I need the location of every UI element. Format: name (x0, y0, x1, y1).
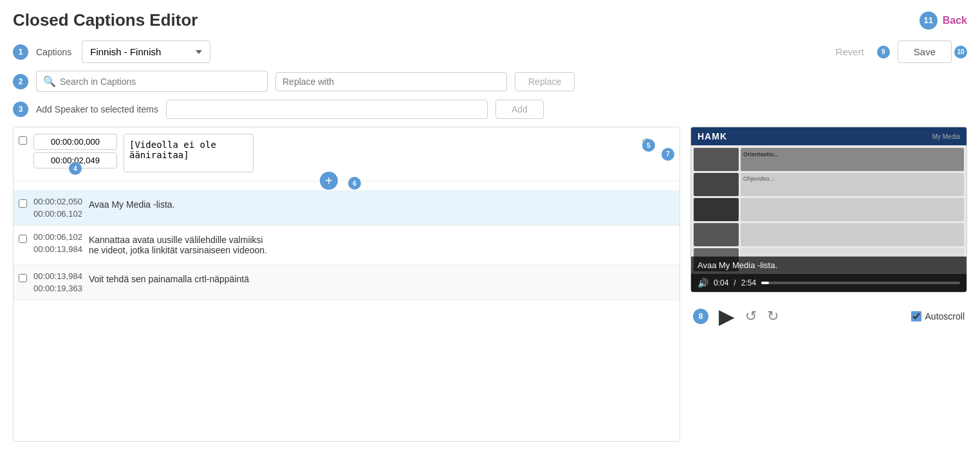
step-3-badge: 3 (13, 102, 28, 117)
hamk-logo: HAMK (698, 131, 727, 141)
search-input[interactable] (60, 77, 261, 87)
step-6-badge: 6 (348, 177, 361, 190)
plus-icon: + (325, 174, 333, 188)
hamk-bar: HAMK My Media (691, 127, 966, 145)
hamk-nav: My Media (932, 133, 960, 140)
step-5-badge: 5 (642, 139, 655, 152)
thumb-1 (694, 148, 739, 171)
thumb-3 (694, 198, 739, 221)
add-caption-button[interactable]: + (320, 172, 338, 190)
caption-row-1: 4 [Videolla ei ole ääniraitaa] 5 🗑 7 + 6 (14, 127, 680, 181)
step-4-badge: 4 (69, 162, 82, 175)
thumb-2 (694, 173, 739, 196)
step-2-badge: 2 (13, 74, 28, 89)
replace-box (275, 72, 507, 91)
step-8-badge: 8 (693, 309, 708, 324)
caption-text-4: Voit tehdä sen painamalla crtl-näppäintä (89, 271, 674, 287)
autoscroll-area: Autoscroll (911, 311, 965, 321)
overlay-caption: Avaa My Media -lista. (691, 257, 966, 274)
video-controls-bar: 🔊 0:04 / 2:54 (691, 274, 966, 292)
speaker-input[interactable] (166, 100, 488, 119)
video-preview: HAMK My Media Orientaatio... Ohjevideo..… (690, 127, 967, 293)
language-select[interactable]: Finnish - Finnish (82, 41, 210, 63)
thumb-text-4 (741, 223, 964, 246)
caption-row-3: 00:00:06,102 00:00:13,984 Kannattaa avat… (14, 226, 680, 265)
time-total: 2:54 (741, 278, 756, 287)
caption-start-3: 00:00:06,102 (33, 232, 82, 242)
time-separator: / (734, 278, 735, 287)
thumb-text-2: Ohjevideo... (741, 173, 964, 196)
captions-list: 4 [Videolla ei ole ääniraitaa] 5 🗑 7 + 6 (13, 127, 680, 442)
step-7-badge: 7 (661, 148, 674, 161)
caption-text-2: Avaa My Media -lista. (89, 197, 674, 212)
revert-badge: 9 (877, 46, 890, 59)
time-current: 0:04 (714, 278, 728, 287)
forward-button[interactable]: ↻ (767, 308, 779, 325)
caption-row-4: 00:00:13,984 00:00:19,363 Voit tehdä sen… (14, 265, 680, 300)
caption-checkbox-4[interactable] (19, 274, 27, 282)
thumb-text-3 (741, 198, 964, 221)
progress-fill (761, 282, 769, 284)
caption-start-2: 00:00:02,050 (33, 197, 82, 206)
replace-button[interactable]: Replace (515, 72, 575, 91)
playback-controls: 8 ▶ ↺ ↻ Autoscroll (690, 299, 967, 334)
save-badge: 10 (954, 46, 967, 59)
caption-start-1[interactable] (33, 134, 117, 150)
caption-text-3: Kannattaa avata uusille välilehdille val… (89, 232, 674, 258)
video-panel: HAMK My Media Orientaatio... Ohjevideo..… (690, 127, 967, 442)
play-button[interactable]: ▶ (719, 304, 735, 329)
speaker-label: Add Speaker to selected items (36, 104, 158, 114)
add-speaker-button[interactable]: Add (495, 100, 544, 119)
thumb-4 (694, 223, 739, 246)
back-button[interactable]: Back (943, 15, 967, 26)
autoscroll-checkbox[interactable] (911, 311, 921, 321)
caption-end-2: 00:00:06,102 (33, 209, 82, 219)
back-badge: 11 (920, 12, 938, 30)
thumb-text-1: Orientaatio... (741, 148, 964, 171)
save-button[interactable]: Save (898, 41, 952, 63)
caption-checkbox-3[interactable] (19, 235, 27, 243)
caption-start-4: 00:00:13,984 (33, 271, 82, 281)
caption-row-2: 00:00:02,050 00:00:06,102 Avaa My Media … (14, 190, 680, 226)
step-1-badge: 1 (13, 44, 28, 60)
caption-textarea-1[interactable]: [Videolla ei ole ääniraitaa] (124, 134, 254, 172)
replay-button[interactable]: ↺ (745, 308, 757, 325)
caption-checkbox-1[interactable] (19, 136, 27, 145)
video-content-area: Orientaatio... Ohjevideo... Avaa My Medi… (691, 145, 966, 274)
revert-button[interactable]: Revert (826, 41, 874, 62)
replace-input[interactable] (282, 77, 500, 87)
progress-bar[interactable] (761, 282, 960, 284)
page-title: Closed Captions Editor (13, 10, 198, 30)
captions-label: Captions (36, 47, 71, 57)
search-box: 🔍 (36, 71, 268, 92)
caption-end-3: 00:00:13,984 (33, 244, 82, 254)
volume-icon[interactable]: 🔊 (698, 278, 708, 288)
autoscroll-label: Autoscroll (925, 311, 965, 321)
caption-checkbox-2[interactable] (19, 199, 27, 208)
caption-end-4: 00:00:19,363 (33, 284, 82, 293)
search-icon: 🔍 (43, 75, 56, 87)
